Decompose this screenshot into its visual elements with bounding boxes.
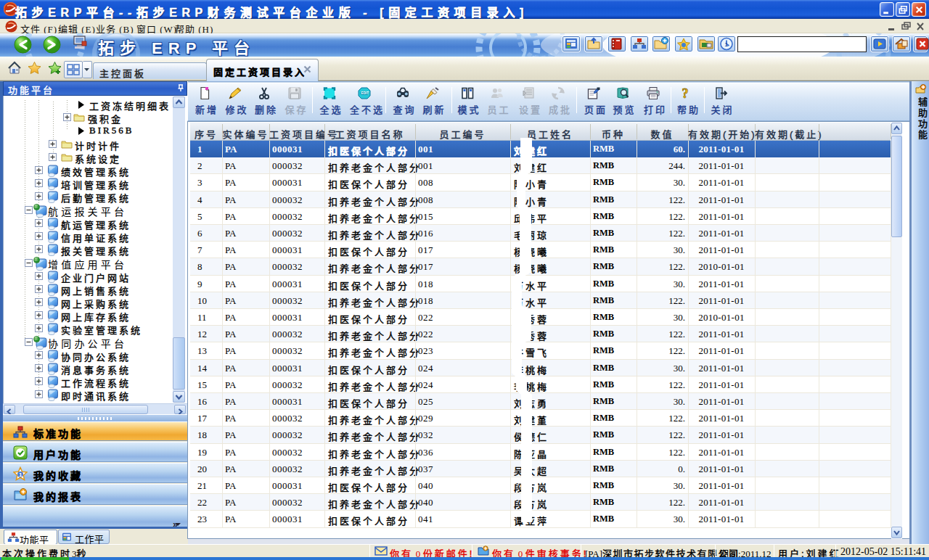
svg-text:1: 1 <box>725 41 729 48</box>
svg-text:1: 1 <box>19 472 22 478</box>
svg-text:?: ? <box>682 86 689 100</box>
svg-text:EDIT: EDIT <box>361 91 369 95</box>
